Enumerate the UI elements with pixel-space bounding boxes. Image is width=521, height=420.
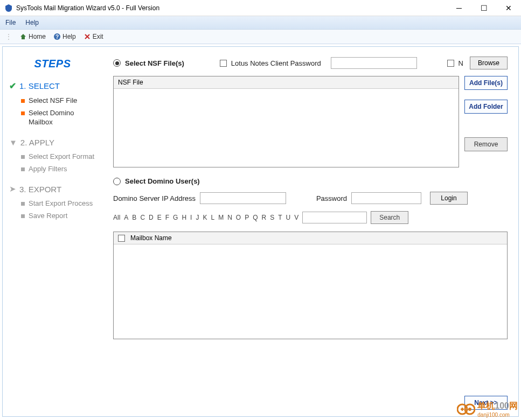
alpha-letter[interactable]: T	[278, 214, 282, 221]
steps-sidebar: STEPS ✔ 1. SELECT Select NSF File Select…	[3, 47, 102, 416]
add-files-button[interactable]: Add File(s)	[464, 76, 508, 90]
window-controls: ─ ☐ ✕	[447, 0, 521, 16]
help-icon: ?	[53, 33, 61, 40]
steps-title: STEPS	[9, 58, 96, 70]
alpha-letter[interactable]: C	[140, 214, 145, 221]
search-button[interactable]: Search	[371, 211, 408, 224]
alpha-letter[interactable]: I	[190, 214, 192, 221]
exit-icon	[84, 33, 91, 40]
alpha-letter[interactable]: J	[196, 214, 199, 221]
lotus-pw-input[interactable]	[331, 57, 417, 69]
select-domino-row: Select Domino User(s)	[113, 177, 508, 185]
window-title: SysTools Mail Migration Wizard v5.0 - Fu…	[16, 4, 447, 12]
titlebar: SysTools Mail Migration Wizard v5.0 - Fu…	[0, 0, 521, 16]
domino-ip-label: Domino Server IP Address	[113, 194, 196, 202]
nsf-file-header: NSF File	[114, 76, 459, 89]
step-3-sub-2: Save Report	[21, 212, 96, 221]
main-panel: Select NSF File(s) Lotus Notes Client Pa…	[102, 47, 518, 416]
bullet-icon	[21, 99, 25, 103]
svg-text:?: ?	[55, 34, 59, 40]
alpha-letter[interactable]: U	[286, 214, 291, 221]
select-domino-label: Select Domino User(s)	[125, 177, 200, 185]
alpha-letter[interactable]: D	[149, 214, 154, 221]
select-nsf-label: Select NSF File(s)	[125, 59, 184, 67]
bullet-icon	[21, 214, 25, 218]
bullet-icon	[21, 155, 25, 159]
select-nsf-row: Select NSF File(s) Lotus Notes Client Pa…	[113, 57, 508, 69]
mailbox-header-row: Mailbox Name	[114, 232, 507, 244]
login-button[interactable]: Login	[430, 192, 468, 205]
alpha-letter[interactable]: A	[124, 214, 128, 221]
bullet-icon	[21, 202, 25, 206]
maximize-button[interactable]: ☐	[471, 0, 496, 16]
step-2-head: ▼ 2. APPLY	[9, 138, 96, 147]
step-1-sub-1[interactable]: Select NSF File	[21, 96, 96, 106]
select-nsf-radio[interactable]	[113, 59, 121, 67]
alpha-letter[interactable]: P	[245, 214, 249, 221]
mailbox-select-all-checkbox[interactable]	[118, 235, 125, 242]
domino-ip-input[interactable]	[200, 192, 286, 204]
minimize-button[interactable]: ─	[447, 0, 471, 16]
step-2-sub-1: Select Export Format	[21, 152, 96, 162]
bullet-icon	[21, 111, 25, 115]
lotus-pw-checkbox[interactable]	[220, 60, 227, 67]
arrow-icon: ➤	[9, 184, 16, 194]
password-input[interactable]	[351, 192, 421, 204]
content-area: STEPS ✔ 1. SELECT Select NSF File Select…	[2, 46, 519, 417]
alpha-letter[interactable]: V	[294, 214, 298, 221]
step-1-sub-2[interactable]: Select Domino Mailbox	[21, 109, 96, 127]
menu-file[interactable]: File	[5, 19, 16, 26]
alpha-letter[interactable]: F	[165, 214, 169, 221]
watermark-text: 单机100网 danji100.com	[477, 401, 518, 418]
home-icon	[19, 33, 27, 40]
mailbox-list[interactable]: Mailbox Name	[113, 232, 508, 339]
toolbar: ⋮ Home ? Help Exit	[0, 29, 521, 44]
alpha-letter[interactable]: G	[173, 214, 178, 221]
app-icon	[4, 4, 13, 12]
alpha-letter[interactable]: B	[132, 214, 136, 221]
menu-help[interactable]: Help	[25, 19, 39, 26]
remove-button[interactable]: Remove	[464, 137, 508, 151]
alpha-letter[interactable]: K	[203, 214, 207, 221]
close-button[interactable]: ✕	[496, 0, 521, 16]
alpha-letter[interactable]: L	[211, 214, 214, 221]
alpha-letter[interactable]: Q	[253, 214, 258, 221]
step-2-sub-2: Apply Filters	[21, 165, 96, 174]
alpha-letter[interactable]: M	[218, 214, 224, 221]
domino-login-row: Domino Server IP Address Password Login	[113, 192, 508, 205]
browse-button[interactable]: Browse	[470, 57, 508, 69]
watermark: 单机100网 danji100.com	[457, 401, 518, 418]
check-icon: ✔	[9, 81, 16, 91]
alpha-letter[interactable]: S	[270, 214, 274, 221]
step-3-sub-1: Start Export Process	[21, 199, 96, 208]
filter-icon: ▼	[9, 138, 17, 147]
alpha-all[interactable]: All	[113, 214, 120, 221]
alpha-letter[interactable]: H	[182, 214, 186, 221]
alpha-letter[interactable]: O	[236, 214, 241, 221]
add-folder-button[interactable]: Add Folder	[464, 100, 508, 114]
search-input[interactable]	[302, 212, 367, 223]
alpha-letter[interactable]: R	[262, 214, 267, 221]
nsf-side-buttons: Add File(s) Add Folder Remove	[464, 76, 508, 167]
lotus-pw-label: Lotus Notes Client Password	[231, 59, 321, 67]
select-domino-radio[interactable]	[113, 178, 121, 185]
menubar: File Help	[0, 16, 521, 29]
alpha-filter-row: All ABCDEFGHIJKLMNOPQRSTUV Search	[113, 211, 508, 224]
step-3-head: ➤ 3. EXPORT	[9, 184, 96, 194]
n-label: N	[459, 59, 463, 67]
toolbar-exit[interactable]: Exit	[84, 33, 103, 40]
watermark-icon	[457, 402, 475, 417]
alpha-letter[interactable]: N	[227, 214, 232, 221]
toolbar-help[interactable]: ? Help	[53, 33, 76, 40]
nsf-file-list[interactable]: NSF File	[113, 76, 459, 167]
toolbar-grip: ⋮	[5, 33, 12, 40]
step-1-head: ✔ 1. SELECT	[9, 81, 96, 91]
mailbox-header-label: Mailbox Name	[130, 234, 172, 242]
toolbar-home[interactable]: Home	[19, 33, 46, 40]
svg-point-6	[468, 408, 471, 411]
password-label: Password	[316, 194, 347, 202]
alpha-letters: ABCDEFGHIJKLMNOPQRSTUV	[124, 214, 298, 221]
alpha-letter[interactable]: E	[157, 214, 162, 221]
n-checkbox[interactable]	[447, 60, 454, 67]
bullet-icon	[21, 167, 25, 171]
